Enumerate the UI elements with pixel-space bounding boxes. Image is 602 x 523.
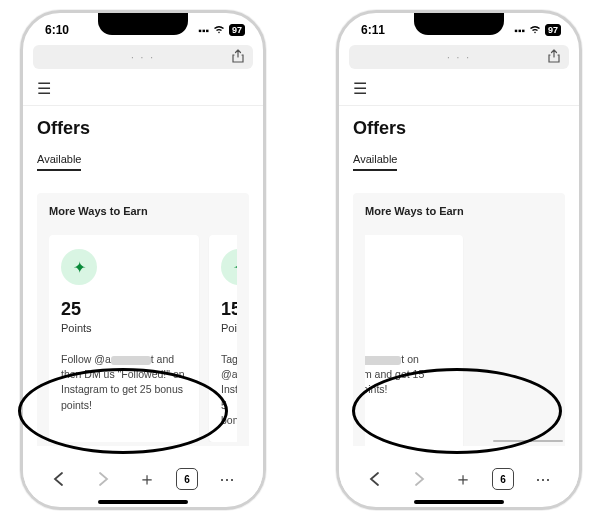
status-time: 6:11 — [361, 23, 385, 37]
section-title: More Ways to Earn — [365, 205, 553, 217]
offer-description: Tag @ame Instagram 5 bonus — [221, 352, 237, 428]
page-title: Offers — [37, 118, 249, 139]
forward-button[interactable] — [404, 464, 434, 494]
home-indicator[interactable] — [414, 500, 504, 504]
offer-points-label: Points — [365, 322, 451, 334]
back-button[interactable] — [44, 464, 74, 494]
offer-points-label: Points — [61, 322, 187, 334]
more-ways-section: More Ways to Earn thrifnd wed!" on 5 bon… — [353, 193, 565, 446]
battery-indicator: 97 — [545, 24, 561, 36]
offer-points-label: Points — [221, 322, 237, 334]
scroll-indicator — [493, 440, 563, 442]
wifi-icon — [213, 25, 225, 36]
browser-url-bar[interactable]: · · · — [33, 45, 253, 69]
notch — [98, 13, 188, 35]
tabs-button[interactable]: 6 — [492, 468, 514, 490]
more-button[interactable]: ··· — [212, 464, 242, 494]
phone-left: 6:10 ▪▪▪ 97 · · · ☰ Offers Available Mor… — [20, 10, 266, 510]
redacted-handle — [111, 356, 151, 365]
more-button[interactable]: ··· — [528, 464, 558, 494]
offer-points-value: 15 — [365, 299, 451, 320]
signal-icon: ▪▪▪ — [514, 25, 525, 36]
redacted-handle — [365, 356, 401, 365]
offer-description: Tag @at on Instagram and get 15 bonus po… — [365, 352, 451, 398]
offer-points-value: 25 — [61, 299, 187, 320]
status-time: 6:10 — [45, 23, 69, 37]
section-title: More Ways to Earn — [49, 205, 237, 217]
offer-cards-row[interactable]: thrifnd wed!" on 5 bonus ✦ 15 Points Tag… — [365, 235, 553, 446]
menu-icon[interactable]: ☰ — [353, 81, 367, 97]
sparkle-icon: ✦ — [61, 249, 97, 285]
notch — [414, 13, 504, 35]
browser-url-bar[interactable]: · · · — [349, 45, 569, 69]
offer-card[interactable]: ✦ 15 Points Tag @ame Instagram 5 bonus — [209, 235, 237, 442]
more-ways-section: More Ways to Earn ✦ 25 Points Follow @at… — [37, 193, 249, 446]
browser-bottom-bar: ＋ 6 ··· — [339, 457, 579, 501]
tabs-button[interactable]: 6 — [176, 468, 198, 490]
url-placeholder: · · · — [447, 52, 471, 63]
forward-button[interactable] — [88, 464, 118, 494]
new-tab-button[interactable]: ＋ — [448, 464, 478, 494]
home-indicator[interactable] — [98, 500, 188, 504]
share-icon[interactable] — [231, 49, 245, 66]
wifi-icon — [529, 25, 541, 36]
back-button[interactable] — [360, 464, 390, 494]
offer-card[interactable]: ✦ 15 Points Tag @at on Instagram and get… — [365, 235, 463, 446]
menu-icon[interactable]: ☰ — [37, 81, 51, 97]
tab-available[interactable]: Available — [37, 153, 81, 171]
offer-description: Follow @at and then DM us "Followed!" on… — [61, 352, 187, 413]
new-tab-button[interactable]: ＋ — [132, 464, 162, 494]
signal-icon: ▪▪▪ — [198, 25, 209, 36]
share-icon[interactable] — [547, 49, 561, 66]
browser-bottom-bar: ＋ 6 ··· — [23, 457, 263, 501]
offer-cards-row[interactable]: ✦ 25 Points Follow @at and then DM us "F… — [49, 235, 237, 442]
offer-card[interactable]: ✦ 25 Points Follow @at and then DM us "F… — [49, 235, 199, 442]
phone-right: 6:11 ▪▪▪ 97 · · · ☰ Offers Available Mor… — [336, 10, 582, 510]
url-placeholder: · · · — [131, 52, 155, 63]
page-title: Offers — [353, 118, 565, 139]
battery-indicator: 97 — [229, 24, 245, 36]
sparkle-icon: ✦ — [221, 249, 237, 285]
offer-points-value: 15 — [221, 299, 237, 320]
tab-available[interactable]: Available — [353, 153, 397, 171]
